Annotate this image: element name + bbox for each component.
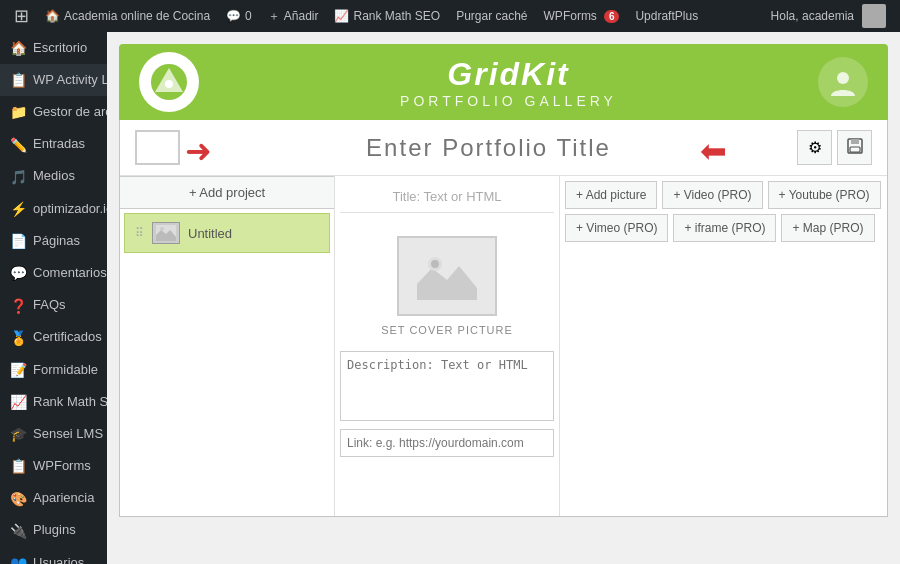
- svg-point-11: [431, 260, 439, 268]
- admin-bar-right: Hola, academia: [763, 4, 894, 28]
- site-name-icon: 🏠: [45, 9, 60, 23]
- gridkit-logo: [139, 52, 199, 112]
- gear-icon: ⚙: [808, 138, 822, 157]
- sidebar-item-medios[interactable]: 🎵 Medios: [0, 161, 107, 193]
- save-icon: [847, 138, 863, 158]
- svg-point-2: [165, 80, 173, 88]
- gridkit-header: GridKit PORTFOLIO GALLERY: [119, 44, 888, 120]
- add-project-button[interactable]: + Add project: [120, 176, 334, 209]
- gridkit-support-btn[interactable]: [818, 57, 868, 107]
- media-panel: + Add picture + Video (PRO) + Youtube (P…: [560, 176, 887, 516]
- sidebar-item-plugins[interactable]: 🔌 Plugins: [0, 515, 107, 547]
- video-pro-button[interactable]: + Video (PRO): [662, 181, 762, 209]
- cover-picture-area[interactable]: SET COVER PICTURE: [340, 221, 554, 351]
- sidebar-item-activity-log[interactable]: 📋 WP Activity Log: [0, 64, 107, 96]
- sidebar-item-optimizador[interactable]: ⚡ optimizador.io: [0, 193, 107, 225]
- project-name: Untitled: [188, 226, 232, 241]
- add-picture-button[interactable]: + Add picture: [565, 181, 657, 209]
- cover-picture-label: SET COVER PICTURE: [381, 324, 513, 336]
- sidebar-item-comentarios[interactable]: 💬 Comentarios: [0, 257, 107, 289]
- sidebar-item-paginas[interactable]: 📄 Páginas: [0, 225, 107, 257]
- add-new-link[interactable]: ＋ Añadir: [260, 0, 327, 32]
- optimizer-icon: ⚡: [10, 200, 27, 218]
- color-picker-btn[interactable]: [135, 130, 180, 165]
- sidebar-item-apariencia[interactable]: 🎨 Apariencia: [0, 483, 107, 515]
- portfolio-title-input[interactable]: [195, 134, 782, 162]
- description-field[interactable]: [340, 351, 554, 421]
- purge-cache-link[interactable]: Purgar caché: [448, 0, 535, 32]
- sidebar-item-wpforms[interactable]: 📋 WPForms: [0, 450, 107, 482]
- gridkit-logo-svg: [149, 62, 189, 102]
- home-icon: 🏠: [10, 39, 27, 57]
- support-icon: [829, 68, 857, 96]
- posts-icon: ✏️: [10, 136, 27, 154]
- cert-icon: 🏅: [10, 329, 27, 347]
- svg-point-8: [160, 227, 164, 231]
- gridkit-title: GridKit: [199, 56, 818, 93]
- title-field-label: Title: Text or HTML: [340, 181, 554, 213]
- sidebar-item-escritorio[interactable]: 🏠 Escritorio: [0, 32, 107, 64]
- pages-icon: 📄: [10, 232, 27, 250]
- media-buttons-row-2: + Vimeo (PRO) + iframe (PRO) + Map (PRO): [565, 214, 882, 242]
- link-field[interactable]: [340, 429, 554, 457]
- gridkit-subtitle: PORTFOLIO GALLERY: [199, 93, 818, 109]
- sidebar-item-rankmath[interactable]: 📈 Rank Math SEO: [0, 386, 107, 418]
- comments-nav-icon: 💬: [10, 264, 27, 282]
- greeting[interactable]: Hola, academia: [763, 4, 894, 28]
- arrow-color-indicator: ➜: [185, 132, 212, 170]
- media-buttons-row-1: + Add picture + Video (PRO) + Youtube (P…: [565, 181, 882, 209]
- media-icon: 🎵: [10, 168, 27, 186]
- rankmath-icon: 📈: [10, 393, 27, 411]
- portfolio-body: + Add project ⠿ Untitled: [120, 176, 887, 516]
- site-name[interactable]: 🏠 Academia online de Cocina: [37, 0, 218, 32]
- wpforms-nav-icon: 📋: [10, 457, 27, 475]
- form-icon: 📝: [10, 361, 27, 379]
- activity-icon: 📋: [10, 71, 27, 89]
- user-avatar: [862, 4, 886, 28]
- rank-math-link[interactable]: 📈 Rank Math SEO: [326, 0, 448, 32]
- plugins-icon: 🔌: [10, 522, 27, 540]
- sidebar-item-entradas[interactable]: ✏️ Entradas: [0, 129, 107, 161]
- drag-handle: ⠿: [135, 226, 144, 240]
- sidebar-item-file-manager[interactable]: 📁 Gestor de archivos: [0, 96, 107, 128]
- projects-panel: + Add project ⠿ Untitled: [120, 176, 335, 516]
- add-icon: ＋: [268, 8, 280, 25]
- sidebar-item-certificados[interactable]: 🏅 Certificados: [0, 322, 107, 354]
- sidebar-item-faqs[interactable]: ❓ FAQs: [0, 290, 107, 322]
- details-panel: Title: Text or HTML SET COVER PICTURE: [335, 176, 560, 516]
- iframe-pro-button[interactable]: + iframe (PRO): [673, 214, 776, 242]
- comments-icon: 💬: [226, 9, 241, 23]
- portfolio-editor: ➜ ⬅ ⚙: [119, 120, 888, 517]
- comments-link[interactable]: 💬 0: [218, 0, 260, 32]
- wpforms-link[interactable]: WPForms 6: [536, 0, 628, 32]
- gridkit-title-area: GridKit PORTFOLIO GALLERY: [199, 56, 818, 109]
- main-content: GridKit PORTFOLIO GALLERY ➜ ⬅: [107, 32, 900, 564]
- wpforms-badge: 6: [604, 10, 620, 23]
- settings-button[interactable]: ⚙: [797, 130, 832, 165]
- svg-point-3: [837, 72, 849, 84]
- faqs-icon: ❓: [10, 297, 27, 315]
- appearance-icon: 🎨: [10, 490, 27, 508]
- admin-bar: ⊞ 🏠 Academia online de Cocina 💬 0 ＋ Añad…: [0, 0, 900, 32]
- cover-picture-icon: [397, 236, 497, 316]
- sidebar-item-formidable[interactable]: 📝 Formidable: [0, 354, 107, 386]
- sensei-icon: 🎓: [10, 425, 27, 443]
- svg-rect-6: [850, 147, 860, 152]
- rank-math-icon: 📈: [334, 9, 349, 23]
- save-button[interactable]: [837, 130, 872, 165]
- users-icon: 👥: [10, 554, 27, 564]
- map-pro-button[interactable]: + Map (PRO): [781, 214, 874, 242]
- folder-icon: 📁: [10, 103, 27, 121]
- arrow-title-indicator: ⬅: [700, 132, 727, 170]
- sidebar-item-usuarios[interactable]: 👥 Usuarios: [0, 547, 107, 564]
- sidebar-item-sensei[interactable]: 🎓 Sensei LMS: [0, 418, 107, 450]
- main-layout: 🏠 Escritorio 📋 WP Activity Log 📁 Gestor …: [0, 32, 900, 564]
- svg-rect-5: [851, 139, 859, 144]
- sidebar: 🏠 Escritorio 📋 WP Activity Log 📁 Gestor …: [0, 32, 107, 564]
- project-item[interactable]: ⠿ Untitled: [124, 213, 330, 253]
- portfolio-title-bar: ➜ ⬅ ⚙: [120, 120, 887, 176]
- updraftplus-link[interactable]: UpdraftPlus: [627, 0, 706, 32]
- wp-logo[interactable]: ⊞: [6, 0, 37, 32]
- youtube-pro-button[interactable]: + Youtube (PRO): [768, 181, 881, 209]
- vimeo-pro-button[interactable]: + Vimeo (PRO): [565, 214, 668, 242]
